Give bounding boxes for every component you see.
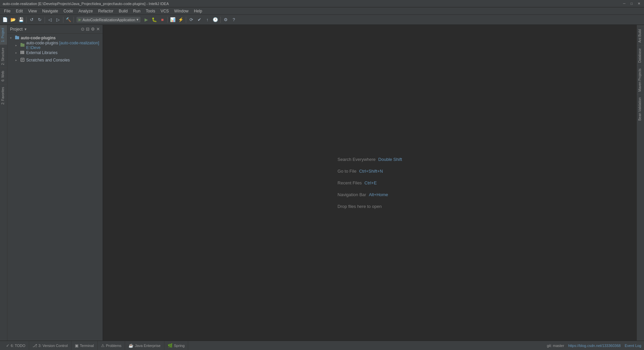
right-tab-1[interactable]: Database: [637, 45, 644, 65]
vcs-commit-icon[interactable]: ✔: [196, 16, 203, 24]
help-icon[interactable]: ?: [230, 16, 237, 24]
status-tab-label-3: Problems: [106, 344, 121, 348]
left-vtab-3[interactable]: 2: Favorites: [0, 84, 7, 107]
new-file-icon[interactable]: 📄: [1, 16, 9, 24]
maximize-button[interactable]: □: [629, 1, 634, 6]
hint-shortcut-1: Ctrl+Shift+N: [359, 169, 383, 174]
tree-icon-3: [20, 57, 25, 63]
svg-rect-5: [22, 51, 23, 54]
title-bar-controls: ─ □ ✕: [622, 1, 641, 6]
project-panel-header: Project ▾ ⊙ ⊟ ⚙ ✕: [7, 25, 103, 34]
hint-shortcut-2: Ctrl+E: [365, 180, 377, 185]
status-tab-icon-3: ⚠: [101, 343, 105, 348]
status-tab-label-0: 6: TODO: [11, 344, 25, 348]
menu-item-edit[interactable]: Edit: [13, 8, 25, 14]
status-url[interactable]: https://blog.csdn.net/133360368: [568, 344, 621, 348]
project-hide-icon[interactable]: ✕: [96, 27, 100, 32]
back-icon[interactable]: ◁: [46, 16, 54, 24]
project-scope-icon[interactable]: ⊙: [81, 27, 85, 32]
tree-item-3[interactable]: ▸Scratches and Consoles: [7, 56, 103, 64]
project-settings-icon[interactable]: ⚙: [91, 27, 95, 32]
status-tab-3[interactable]: ⚠Problems: [98, 341, 125, 350]
build-icon[interactable]: 🔨: [65, 16, 72, 24]
left-vertical-tabs: 1: Project2: Structure6: Web2: Favorites: [0, 25, 7, 341]
git-branch-info: git: master: [547, 344, 564, 348]
tree-item-2[interactable]: ▸External Libraries: [7, 49, 103, 56]
toolbar-separator-4: [73, 17, 74, 23]
status-tab-label-4: Java Enterprise: [135, 344, 160, 348]
tree-arrow-1: ▸: [15, 44, 19, 47]
project-header-dropdown[interactable]: ▾: [24, 27, 26, 32]
redo-icon[interactable]: ↻: [36, 16, 43, 24]
close-button[interactable]: ✕: [637, 1, 641, 6]
menu-item-tools[interactable]: Tools: [143, 8, 158, 14]
status-tab-0[interactable]: ✓6: TODO: [3, 341, 29, 350]
stop-button[interactable]: ■: [159, 16, 166, 24]
vcs-history-icon[interactable]: 🕐: [212, 16, 219, 24]
right-tab-0[interactable]: Ant Build: [637, 26, 644, 45]
undo-icon[interactable]: ↺: [28, 16, 35, 24]
debug-button[interactable]: 🐛: [151, 16, 158, 24]
left-vtab-1[interactable]: 2: Structure: [0, 45, 7, 68]
tree-arrow-2: ▸: [15, 51, 19, 54]
left-vtab-0[interactable]: 1: Project: [0, 25, 7, 45]
open-icon[interactable]: 📂: [9, 16, 17, 24]
settings-icon[interactable]: ⚙: [222, 16, 229, 24]
status-tab-label-5: Spring: [174, 344, 185, 348]
menu-item-help[interactable]: Help: [191, 8, 205, 14]
run-config-selector[interactable]: ▶ AutoCodeRealizationApplication ▾: [76, 17, 141, 23]
menu-item-window[interactable]: Window: [171, 8, 191, 14]
menu-item-file[interactable]: File: [1, 8, 13, 14]
svg-rect-1: [15, 36, 17, 37]
tree-item-1[interactable]: ▸auto-code-plugins [auto-code-realizatio…: [7, 42, 103, 49]
minimize-button[interactable]: ─: [622, 1, 627, 6]
svg-rect-3: [20, 43, 22, 44]
hint-line-1: Go to FileCtrl+Shift+N: [337, 169, 402, 174]
left-vtab-2[interactable]: 6: Web: [0, 68, 7, 84]
hint-block: Search EverywhereDouble ShiftGo to FileC…: [337, 157, 402, 209]
save-all-icon[interactable]: 💾: [17, 16, 25, 24]
tree-icon-1: [20, 43, 25, 48]
forward-icon[interactable]: ▷: [54, 16, 62, 24]
right-tab-3[interactable]: Bean Validation: [637, 94, 644, 123]
menu-item-vcs[interactable]: VCS: [158, 8, 172, 14]
hint-label-1: Go to File: [337, 169, 356, 174]
status-tab-icon-2: ▣: [75, 343, 78, 348]
tree-arrow-0: ▾: [10, 36, 13, 40]
tree-label-2: External Libraries: [26, 50, 57, 55]
event-log[interactable]: Event Log: [625, 344, 641, 348]
menu-item-refactor[interactable]: Refactor: [96, 8, 116, 14]
menu-item-run[interactable]: Run: [130, 8, 143, 14]
status-tab-4[interactable]: ☕Java Enterprise: [125, 341, 164, 350]
status-tab-1[interactable]: ⎇3: Version Control: [29, 341, 71, 350]
toolbar: 📄 📂 💾 ↺ ↻ ◁ ▷ 🔨 ▶ AutoCodeRealizationApp…: [0, 15, 644, 25]
right-tab-2[interactable]: Maven Projects: [637, 65, 644, 94]
project-panel: Project ▾ ⊙ ⊟ ⚙ ✕ ▾auto-code-plugins▸aut…: [7, 25, 103, 341]
right-sidebar-tabs: Ant BuildDatabaseMaven ProjectsBean Vali…: [637, 25, 644, 341]
hint-label-0: Search Everywhere: [337, 157, 375, 162]
vcs-update-icon[interactable]: ⟳: [187, 16, 195, 24]
profile-icon[interactable]: ⚡: [177, 16, 184, 24]
vcs-push-icon[interactable]: ↑: [204, 16, 211, 24]
tree-icon-2: [20, 50, 25, 56]
project-collapse-icon[interactable]: ⊟: [86, 27, 90, 32]
menu-item-code[interactable]: Code: [61, 8, 76, 14]
hint-line-0: Search EverywhereDouble Shift: [337, 157, 402, 162]
hint-shortcut-3: Alt+Home: [369, 192, 388, 197]
menu-item-view[interactable]: View: [25, 8, 40, 14]
status-tab-5[interactable]: 🌿Spring: [164, 341, 189, 350]
menu-item-analyze[interactable]: Analyze: [76, 8, 96, 14]
project-tree: ▾auto-code-plugins▸auto-code-plugins [au…: [7, 34, 103, 341]
hint-shortcut-0: Double Shift: [378, 157, 402, 162]
status-tab-icon-1: ⎇: [33, 343, 37, 348]
status-tab-icon-4: ☕: [128, 343, 133, 348]
menu-bar: FileEditViewNavigateCodeAnalyzeRefactorB…: [0, 7, 644, 15]
menu-item-navigate[interactable]: Navigate: [40, 8, 61, 14]
coverage-icon[interactable]: 📊: [169, 16, 176, 24]
svg-rect-0: [15, 36, 19, 39]
hint-label-4: Drop files here to open: [337, 204, 382, 209]
run-button[interactable]: ▶: [143, 16, 150, 24]
run-config-label: AutoCodeRealizationApplication: [83, 18, 135, 22]
menu-item-build[interactable]: Build: [116, 8, 130, 14]
status-tab-2[interactable]: ▣Terminal: [71, 341, 98, 350]
